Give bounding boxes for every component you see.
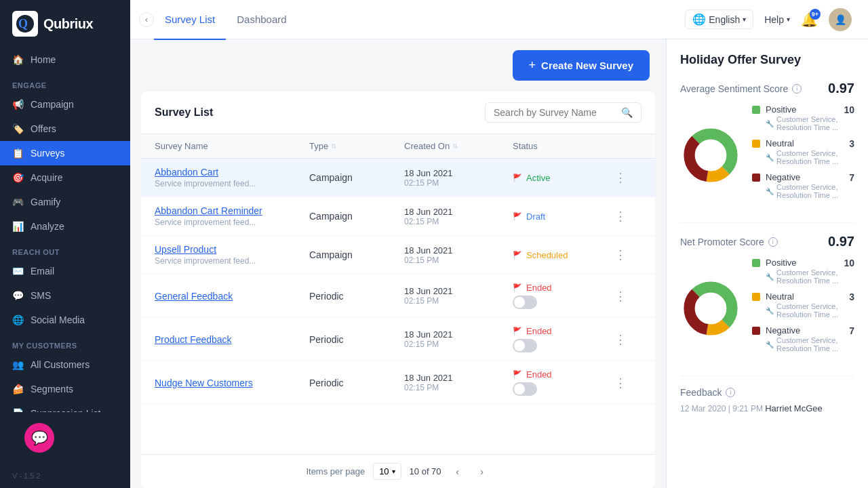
help-button[interactable]: Help ▾ (764, 14, 790, 25)
sidebar-item-all-customers[interactable]: 👥 All Customers (0, 352, 130, 377)
sidebar-label-sms: SMS (31, 290, 51, 301)
survey-name[interactable]: Upsell Product (155, 244, 309, 255)
notifications-button[interactable]: 🔔 9+ (801, 12, 818, 28)
sidebar-label-acquire: Acquire (31, 172, 62, 183)
version-label: V - 1.5.2 (0, 464, 130, 488)
negative-dot (752, 174, 760, 182)
logo-mark: Q (12, 11, 38, 37)
neutral-info: Neutral 🔧 Customer Service, Resolution T… (766, 138, 849, 165)
more-options-button[interactable]: ⋮ (614, 170, 642, 185)
wrench-icon: 🔧 (766, 341, 774, 348)
info-icon[interactable]: i (726, 388, 735, 397)
table-row[interactable]: Abbandon Cart Service improvement feed..… (141, 159, 655, 197)
survey-search-box[interactable]: 🔍 (485, 102, 642, 123)
survey-type: Periodic (309, 378, 404, 388)
per-page-value: 10 (379, 466, 389, 476)
language-selector[interactable]: 🌐 English ▾ (685, 9, 753, 29)
nps-negative-info: Negative 🔧 Customer Service, Resolution … (766, 325, 849, 352)
survey-time: 02:15 PM (404, 296, 513, 306)
per-page-select[interactable]: 10 ▾ (373, 463, 401, 480)
svg-text:Q: Q (18, 17, 28, 30)
nps-legend-positive: Positive 🔧 Customer Service, Resolution … (752, 258, 854, 285)
divider-2 (680, 375, 854, 376)
survey-name[interactable]: Nudge New Customers (155, 378, 309, 388)
search-icon: 🔍 (621, 107, 633, 118)
table-row[interactable]: Product Feedback Periodic 18 Jun 2021 02… (141, 318, 655, 361)
survey-status-cell: 🚩 Scheduled (513, 250, 614, 260)
sidebar-item-segments[interactable]: 🍰 Segments (0, 377, 130, 401)
table-row[interactable]: General Feedback Periodic 18 Jun 2021 02… (141, 274, 655, 318)
sidebar-item-email[interactable]: ✉️ Email (0, 259, 130, 283)
survey-desc: Service improvement feed... (155, 179, 309, 188)
nps-legend-negative: Negative 🔧 Customer Service, Resolution … (752, 325, 854, 352)
status-toggle[interactable] (513, 382, 537, 396)
negative-sub: 🔧 Customer Service, Resolution Time ... (766, 183, 849, 199)
sidebar-item-sms[interactable]: 💬 SMS (0, 283, 130, 308)
nps-score: 0.97 (828, 234, 854, 249)
status-toggle[interactable] (513, 296, 537, 309)
sidebar-collapse-button[interactable]: ‹ (139, 12, 154, 27)
chat-icon: 💬 (31, 430, 48, 446)
create-survey-button[interactable]: + Create New Survey (513, 50, 650, 81)
more-options-button[interactable]: ⋮ (614, 289, 642, 304)
prev-page-button[interactable]: ‹ (450, 464, 466, 480)
nps-neutral-sub: 🔧 Customer Service, Resolution Time ... (766, 302, 849, 319)
info-icon[interactable]: i (792, 84, 802, 94)
toggle-knob (514, 384, 525, 394)
table-row[interactable]: Upsell Product Service improvement feed.… (141, 236, 655, 274)
more-options-button[interactable]: ⋮ (614, 332, 642, 347)
avg-sentiment-legend: Positive 🔧 Customer Service, Resolution … (752, 104, 854, 206)
table-row[interactable]: Abbandon Cart Reminder Service improveme… (141, 197, 655, 236)
survey-time: 02:15 PM (404, 217, 513, 226)
more-options-button[interactable]: ⋮ (614, 247, 642, 262)
feedback-meta: 12 Mar 2020 | 9:21 PM Harriet McGee (680, 403, 854, 413)
col-actions (614, 141, 642, 151)
user-avatar[interactable]: 👤 (829, 8, 852, 31)
avg-sentiment-header: Average Sentiment Score i 0.97 (680, 81, 854, 96)
tab-survey-list[interactable]: Survey List (154, 1, 226, 40)
status-toggle[interactable] (513, 339, 537, 352)
survey-status-cell: 🚩 Ended (513, 283, 614, 309)
more-options-button[interactable]: ⋮ (614, 375, 642, 390)
table-row[interactable]: Nudge New Customers Periodic 18 Jun 2021… (141, 361, 655, 405)
more-options-button[interactable]: ⋮ (614, 209, 642, 224)
survey-date-cell: 18 Jun 2021 02:15 PM (404, 207, 513, 226)
survey-type: Campaign (309, 172, 404, 183)
sidebar-item-gamify[interactable]: 🎮 Gamify (0, 190, 130, 214)
topnav: ‹ Survey List Dashboard 🌐 English ▾ Help… (130, 0, 868, 39)
sidebar-item-offers[interactable]: 🏷️ Offers (0, 117, 130, 141)
survey-name[interactable]: Product Feedback (155, 334, 309, 345)
nps-positive-dot (752, 259, 760, 267)
tab-dashboard[interactable]: Dashboard (226, 1, 297, 40)
col-created-on[interactable]: Created On ⇅ (404, 141, 513, 151)
sidebar-item-campaign[interactable]: 📢 Campaign (0, 92, 130, 117)
segments-icon: 🍰 (12, 384, 24, 394)
survey-type: Campaign (309, 249, 404, 260)
search-input[interactable] (494, 107, 616, 118)
chat-button[interactable]: 💬 (24, 423, 54, 453)
offers-icon: 🏷️ (12, 123, 24, 134)
negative-label: Negative (766, 172, 849, 182)
survey-name[interactable]: Abbandon Cart Reminder (155, 205, 309, 216)
sidebar-item-acquire[interactable]: 🎯 Acquire (0, 165, 130, 190)
sidebar-item-analyze[interactable]: 📊 Analyze (0, 214, 130, 239)
nps-donut (680, 278, 741, 339)
sidebar-item-social-media[interactable]: 🌐 Social Media (0, 308, 130, 332)
survey-name[interactable]: Abbandon Cart (155, 167, 309, 178)
survey-list-header: Survey List 🔍 (141, 92, 655, 134)
avg-sentiment-content: Positive 🔧 Customer Service, Resolution … (680, 104, 854, 206)
survey-name-cell: General Feedback (155, 291, 309, 302)
sidebar-item-home[interactable]: 🏠 Home (0, 47, 130, 72)
sidebar-item-surveys[interactable]: 📋 Surveys (0, 141, 130, 165)
survey-name-cell: Nudge New Customers (155, 378, 309, 388)
next-page-button[interactable]: › (474, 464, 490, 480)
col-date-label: Created On (404, 141, 450, 151)
sidebar-item-suppression[interactable]: 📄 Suppression List (0, 401, 130, 412)
survey-date-cell: 18 Jun 2021 02:15 PM (404, 245, 513, 265)
info-icon[interactable]: i (768, 237, 778, 247)
survey-name[interactable]: General Feedback (155, 291, 309, 302)
positive-info: Positive 🔧 Customer Service, Resolution … (766, 104, 844, 131)
col-status: Status (513, 141, 614, 151)
analyze-icon: 📊 (12, 221, 24, 232)
col-type[interactable]: Type ⇅ (309, 141, 404, 151)
